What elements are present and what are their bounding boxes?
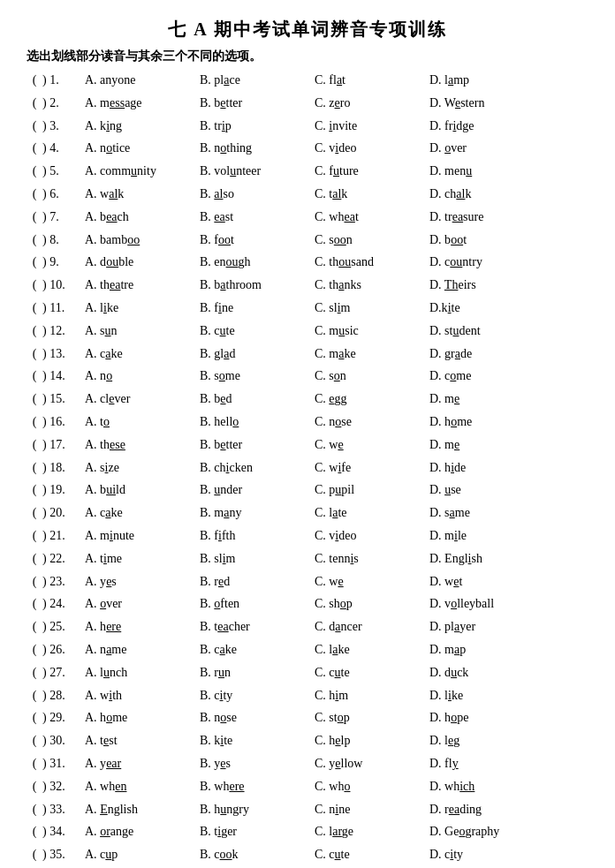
option-a: A. English: [85, 799, 200, 820]
left-paren: (: [27, 662, 42, 683]
option-b: B. cook: [200, 844, 315, 865]
left-paren: (: [27, 252, 42, 273]
option-c: C. make: [315, 343, 429, 365]
question-num: ) 11.: [42, 298, 85, 319]
table-row: () 13.A. cakeB. gladC. makeD. grade: [27, 343, 588, 365]
option-a: A. walk: [85, 184, 200, 205]
option-a: A. like: [85, 298, 200, 319]
option-d: D. Theirs: [429, 275, 588, 296]
left-paren: (: [27, 366, 42, 387]
option-c: C. dancer: [315, 616, 429, 638]
option-c: C. zero: [315, 93, 429, 114]
table-row: () 26.A. nameB. cakeC. lakeD. map: [27, 639, 588, 660]
left-paren: (: [27, 776, 42, 797]
option-c: C. wife: [315, 457, 429, 479]
option-c: C. soon: [315, 230, 429, 251]
question-num: ) 17.: [42, 434, 85, 456]
option-c: C. music: [315, 321, 429, 342]
option-b: B. tiger: [200, 821, 315, 842]
option-b: B. glad: [200, 343, 315, 365]
option-d: D. lamp: [429, 70, 588, 91]
table-row: () 23.A. yesB. redC. weD. wet: [27, 571, 588, 593]
option-b: B. slim: [200, 548, 315, 570]
option-c: C. late: [315, 502, 429, 524]
question-num: ) 19.: [42, 479, 85, 501]
option-d: D. student: [429, 321, 588, 342]
question-num: ) 25.: [42, 616, 85, 638]
option-d: D. come: [429, 366, 588, 387]
left-paren: (: [27, 707, 42, 728]
option-b: B. chicken: [200, 457, 315, 479]
option-d: D. wet: [429, 571, 588, 593]
option-c: C. video: [315, 525, 429, 547]
table-row: () 24.A. overB. oftenC. shopD. volleybal…: [27, 593, 588, 615]
option-a: A. over: [85, 593, 200, 615]
table-row: () 20.A. cakeB. manyC. lateD. same: [27, 502, 588, 524]
table-row: () 32.A. whenB. whereC. whoD. which: [27, 776, 588, 797]
option-b: B. foot: [200, 230, 315, 251]
option-d: D. duck: [429, 662, 588, 683]
question-num: ) 30.: [42, 730, 85, 751]
table-row: () 6.A. walkB. alsoC. talkD. chalk: [27, 184, 588, 205]
left-paren: (: [27, 138, 42, 159]
page-title: 七 A 期中考试单词辨音专项训练: [27, 18, 588, 42]
option-d: D. boot: [429, 230, 588, 251]
table-row: () 16.A. toB. helloC. noseD. home: [27, 411, 588, 433]
option-a: A. minute: [85, 525, 200, 547]
option-d: D. like: [429, 685, 588, 706]
question-num: ) 34.: [42, 821, 85, 842]
option-d: D. hide: [429, 457, 588, 479]
question-num: ) 21.: [42, 525, 85, 547]
question-num: ) 13.: [42, 343, 85, 365]
left-paren: (: [27, 389, 42, 410]
table-row: () 11.A. likeB. fineC. slimD.kite: [27, 298, 588, 319]
option-d: D. menu: [429, 161, 588, 182]
option-c: C. shop: [315, 593, 429, 615]
option-d: D. country: [429, 252, 588, 273]
left-paren: (: [27, 116, 42, 137]
option-d: D.kite: [429, 298, 588, 319]
table-row: () 17.A. theseB. betterC. weD. me: [27, 434, 588, 456]
question-num: ) 32.: [42, 776, 85, 797]
table-row: () 22.A. timeB. slimC. tennisD. English: [27, 548, 588, 570]
instruction: 选出划线部分读音与其余三个不同的选项。: [27, 49, 588, 64]
option-b: B. fine: [200, 298, 315, 319]
option-a: A. anyone: [85, 70, 200, 91]
table-row: () 25.A. hereB. teacherC. dancerD. playe…: [27, 616, 588, 638]
option-b: B. bathroom: [200, 275, 315, 296]
option-a: A. these: [85, 434, 200, 456]
option-a: A. beach: [85, 207, 200, 228]
left-paren: (: [27, 571, 42, 593]
option-b: B. teacher: [200, 616, 315, 638]
table-row: () 8.A. bambooB. footC. soonD. boot: [27, 230, 588, 251]
option-c: C. tennis: [315, 548, 429, 570]
option-a: A. with: [85, 685, 200, 706]
option-a: A. clever: [85, 389, 200, 410]
table-row: () 35.A. cupB. cookC. cuteD. city: [27, 844, 588, 865]
option-b: B. cake: [200, 639, 315, 660]
left-paren: (: [27, 479, 42, 501]
option-d: D. city: [429, 844, 588, 865]
table-row: () 5.A. communityB. volunteerC. futureD.…: [27, 161, 588, 182]
option-c: C. we: [315, 571, 429, 593]
question-num: ) 15.: [42, 389, 85, 410]
left-paren: (: [27, 230, 42, 251]
question-num: ) 4.: [42, 138, 85, 159]
option-d: D. which: [429, 776, 588, 797]
left-paren: (: [27, 548, 42, 570]
option-b: B. place: [200, 70, 315, 91]
left-paren: (: [27, 298, 42, 319]
option-b: B. many: [200, 502, 315, 524]
left-paren: (: [27, 343, 42, 365]
question-num: ) 35.: [42, 844, 85, 865]
option-c: C. large: [315, 821, 429, 842]
option-c: C. talk: [315, 184, 429, 205]
option-a: A. yes: [85, 571, 200, 593]
table-row: () 28.A. withB. cityC. himD. like: [27, 685, 588, 706]
table-row: () 19.A. buildB. underC. pupilD. use: [27, 479, 588, 501]
left-paren: (: [27, 593, 42, 615]
option-c: C. nine: [315, 799, 429, 820]
option-b: B. hungry: [200, 799, 315, 820]
option-a: A. to: [85, 411, 200, 433]
option-c: C. egg: [315, 389, 429, 410]
